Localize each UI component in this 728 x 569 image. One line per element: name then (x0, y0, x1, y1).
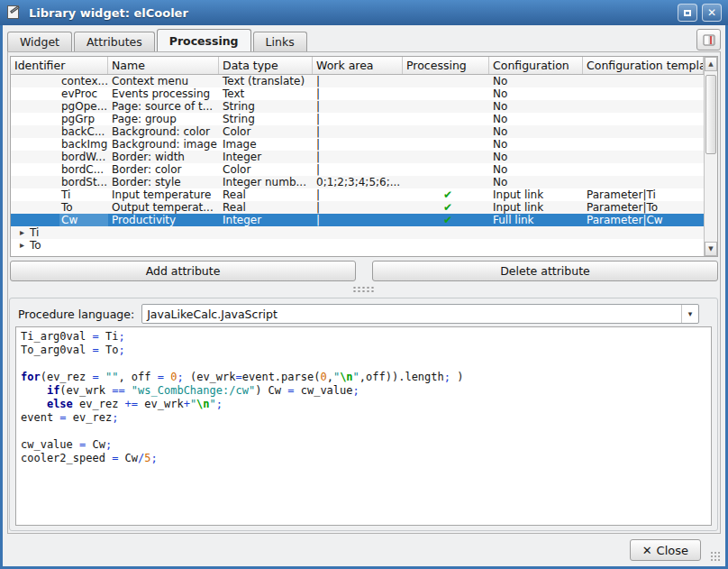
cell-id: To (11, 201, 108, 214)
cell-work: | (313, 87, 403, 100)
code-editor[interactable]: Ti_arg0val = Ti;To_arg0val = To; for(ev_… (15, 326, 712, 526)
attribute-row[interactable]: ToOutput temperat...Real|✔Input linkPara… (11, 201, 704, 214)
cell-tmpl (583, 100, 587, 113)
close-icon: ✕ (707, 6, 716, 19)
link-tree-row-To[interactable]: ▸To (11, 239, 704, 252)
attribute-row[interactable]: contex...Context menuText (translate)|No (11, 75, 704, 87)
attribute-row[interactable]: bordSt...Border: styleInteger numb...0;1… (11, 176, 704, 188)
cell-tmpl: Parameter|Ti (583, 188, 656, 201)
procedure-language-combobox[interactable]: JavaLikeCalc.JavaScript ▾ (141, 304, 699, 324)
tab-processing[interactable]: Processing (157, 29, 251, 51)
cell-config: No (489, 151, 583, 163)
table-header: IdentifierNameData typeWork areaProcessi… (11, 57, 717, 75)
cell-proc (403, 138, 489, 151)
procedure-language-label: Procedure language: (18, 307, 134, 321)
attribute-row[interactable]: bordC...Border: colorColor|No (11, 163, 704, 176)
attribute-row[interactable]: pgOpe...Page: source of t...String|No (11, 100, 704, 113)
cell-type: String (219, 100, 313, 113)
tree-row-label: Ti (30, 226, 39, 239)
cell-name: Background: image (108, 138, 219, 151)
tab-widget[interactable]: Widget (7, 32, 72, 51)
cell-type: Color (219, 125, 313, 138)
column-header-tmpl[interactable]: Configuration template (583, 57, 704, 74)
cell-name: Border: color (108, 163, 219, 176)
cell-name: Productivity (108, 214, 219, 226)
scroll-up-button[interactable]: ▲ (705, 57, 717, 71)
cell-work: | (313, 163, 403, 176)
cell-type: Real (219, 188, 313, 201)
close-button[interactable]: ✕ Close (630, 539, 701, 561)
cell-name: Events processing (108, 87, 219, 100)
cell-proc: ✔ (403, 188, 489, 201)
column-header-config[interactable]: Configuration (489, 57, 583, 74)
delete-attribute-button[interactable]: Delete attribute (372, 261, 718, 281)
scrollbar-thumb[interactable] (705, 75, 716, 154)
tab-bar: Widget Attributes Processing Links (7, 29, 721, 51)
cell-proc (403, 87, 489, 100)
cell-name: Background: color (108, 125, 219, 138)
attribute-row[interactable]: bordW...Border: widthInteger|No (11, 151, 704, 163)
attribute-row[interactable]: evProcEvents processingText|No (11, 87, 704, 100)
add-attribute-button[interactable]: Add attribute (10, 261, 356, 281)
attribute-row[interactable]: backC...Background: colorColor|No (11, 125, 704, 138)
table-scrollbar[interactable]: ▲ ▼ (704, 57, 717, 256)
cell-work: | (313, 151, 403, 163)
cell-work: | (313, 188, 403, 201)
cell-proc: ✔ (403, 201, 489, 214)
attribute-row[interactable]: pgGrpPage: groupString|No (11, 113, 704, 125)
column-header-type[interactable]: Data type (219, 57, 313, 74)
tab-attributes[interactable]: Attributes (74, 32, 155, 51)
cell-proc: ✔ (403, 214, 489, 226)
cell-tmpl (583, 138, 587, 151)
library-widget-window: Library widget: elCooler ✕ Widget Attrib… (0, 0, 728, 569)
cell-proc (403, 163, 489, 176)
cell-name: Input temperature (108, 188, 219, 201)
cell-type: Integer numb... (219, 176, 313, 188)
cell-type: Image (219, 138, 313, 151)
cell-tmpl: Parameter|To (583, 201, 658, 214)
attribute-row-selected[interactable]: CwProductivityInteger|✔Full linkParamete… (11, 214, 704, 226)
titlebar[interactable]: Library widget: elCooler ✕ (0, 0, 728, 25)
procedure-language-row: Procedure language: JavaLikeCalc.JavaScr… (18, 304, 699, 324)
column-header-work[interactable]: Work area (313, 57, 403, 74)
splitter-handle[interactable] (8, 282, 720, 297)
manual-book-button[interactable] (696, 29, 721, 50)
column-header-proc[interactable]: Processing (403, 57, 489, 74)
maximize-button[interactable] (678, 4, 697, 22)
tree-row-label: To (30, 239, 41, 252)
cell-id: backC... (11, 125, 108, 138)
cell-tmpl (583, 87, 587, 100)
cell-proc (403, 113, 489, 125)
scroll-down-button[interactable]: ▼ (705, 242, 717, 256)
close-window-button[interactable]: ✕ (702, 4, 722, 22)
cell-proc (403, 176, 489, 188)
close-button-x-icon: ✕ (642, 544, 652, 557)
scroll-down-icon: ▼ (708, 245, 713, 252)
attribute-row[interactable]: backImgBackground: imageImage|No (11, 138, 704, 151)
cell-tmpl (583, 151, 587, 163)
combobox-dropdown-arrow[interactable]: ▾ (681, 305, 698, 323)
attribute-row[interactable]: TiInput temperatureReal|✔Input linkParam… (11, 188, 704, 201)
processing-tab-pane: IdentifierNameData typeWork areaProcessi… (7, 51, 721, 534)
resize-grip[interactable] (710, 551, 721, 562)
column-header-id[interactable]: Identifier (11, 57, 108, 74)
book-icon (702, 33, 716, 47)
link-tree-row-Ti[interactable]: ▸Ti (11, 226, 704, 239)
cell-type: Text (translate) (219, 75, 313, 87)
cell-name: Context menu (108, 75, 219, 87)
cell-id: bordW... (11, 151, 108, 163)
procedure-language-value: JavaLikeCalc.JavaScript (147, 307, 278, 321)
attribute-buttons-row: Add attribute Delete attribute (10, 261, 718, 281)
cell-config: No (489, 75, 583, 87)
column-header-name[interactable]: Name (108, 57, 219, 74)
cell-name: Border: width (108, 151, 219, 163)
cell-work: | (313, 100, 403, 113)
tree-expand-icon[interactable]: ▸ (20, 226, 30, 239)
tree-expand-icon[interactable]: ▸ (20, 239, 30, 252)
splitter-dots-icon (352, 286, 376, 293)
maximize-icon (684, 10, 691, 16)
tab-links[interactable]: Links (253, 32, 307, 51)
cell-work: | (313, 125, 403, 138)
cell-work: | (313, 138, 403, 151)
cell-type: Integer (219, 151, 313, 163)
